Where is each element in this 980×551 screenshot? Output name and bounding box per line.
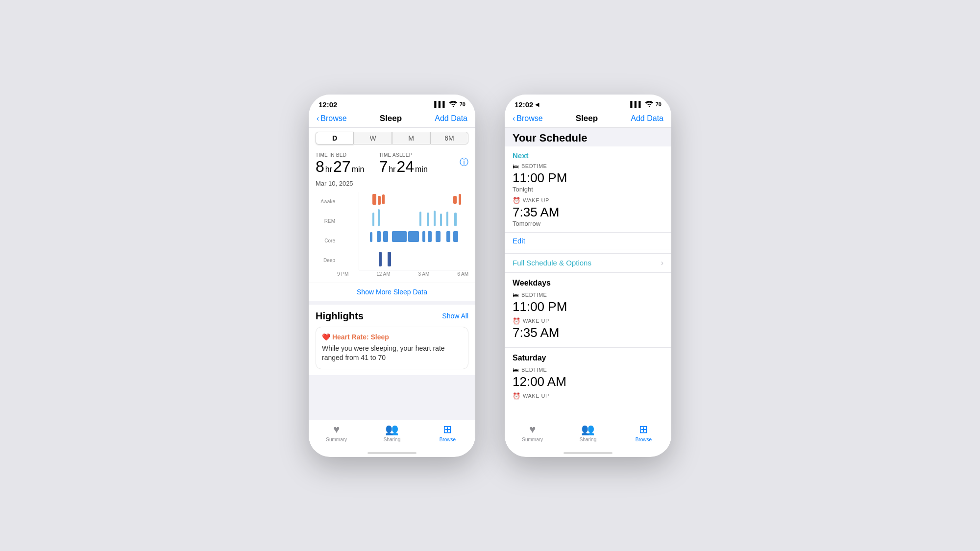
alarm-icon-saturday: ⏰ [513,392,520,400]
x-label-6am: 6 AM [457,271,468,277]
heart-icon: ❤️ [322,333,330,341]
scroll-content-2: Your Schedule Next 🛏 BEDTIME 11:00 PM To… [505,128,671,420]
highlights-section: Highlights Show All ❤️ Heart Rate: Sleep… [309,305,475,375]
chart-label-awake: Awake [316,199,335,204]
segment-control: D W M 6M [309,128,475,148]
tab-sharing-2[interactable]: 👥 Sharing [560,423,615,442]
home-indicator-1 [368,452,416,454]
weekdays-title: Weekdays [513,279,663,287]
add-data-button-1[interactable]: Add Data [435,114,467,123]
status-time-2: 12:02 [514,100,533,109]
scroll-content-1: D W M 6M TIME IN BED 8 hr 27 min TIME AS… [309,128,475,420]
heart-tab-icon-1: ♥ [333,423,340,436]
bedtime-when-next: Tonight [513,186,663,193]
tab-summary-2[interactable]: ♥ Summary [505,423,560,442]
time-asleep-hours: 7 [379,158,388,176]
show-more-button[interactable]: Show More Sleep Data [309,283,475,301]
chart-area [359,192,468,270]
phone-1: 12:02 ▌▌▌ 70 ‹ Browse Sleep Add Data D W… [309,95,475,457]
sharing-tab-icon-1: 👥 [385,423,398,436]
time-asleep-mins: 24 [396,158,414,176]
next-section: Next 🛏 BEDTIME 11:00 PM Tonight ⏰ WAKE U… [505,146,671,227]
bedtime-sublabel-next: BEDTIME [521,163,547,169]
back-label-2: Browse [516,114,542,123]
weekdays-section: Weekdays 🛏 BEDTIME 11:00 PM ⏰ WAKE UP 7:… [505,273,671,347]
saturday-wakeup-label: WAKE UP [523,393,549,399]
status-bar-1: 12:02 ▌▌▌ 70 [309,95,475,111]
status-icons-2: ▌▌▌ 70 [630,101,662,108]
tab-sharing-1[interactable]: 👥 Sharing [364,423,419,442]
page-title-2: Sleep [576,114,598,123]
tab-browse-label-1: Browse [440,437,456,442]
highlights-title: Highlights [316,311,364,322]
seg-d[interactable]: D [316,132,354,144]
time-asleep-hr-unit: hr [389,165,395,174]
heart-tab-icon-2: ♥ [529,423,536,436]
tab-sharing-label-2: Sharing [580,437,596,442]
weekday-bedtime-label: BEDTIME [521,292,547,298]
tab-bar-1: ♥ Summary 👥 Sharing ⊞ Browse [309,420,475,450]
saturday-bedtime-time: 12:00 AM [513,374,663,389]
wifi-icon [449,101,457,108]
bedtime-time-next: 11:00 PM [513,170,663,186]
tab-browse-1[interactable]: ⊞ Browse [420,423,475,442]
wakeup-time-next: 7:35 AM [513,205,663,220]
home-indicator-2 [564,452,612,454]
seg-m[interactable]: M [392,132,430,144]
alarm-icon-weekday: ⏰ [513,317,520,325]
sleep-stats: TIME IN BED 8 hr 27 min TIME ASLEEP 7 hr… [309,148,475,179]
signal-icon: ▌▌▌ [434,101,447,108]
tab-browse-2[interactable]: ⊞ Browse [616,423,671,442]
tab-sharing-label-1: Sharing [384,437,400,442]
seg-w[interactable]: W [354,132,392,144]
edit-button[interactable]: Edit [505,233,671,249]
sleep-chart: Awake REM Core Deep [309,190,475,283]
status-icons-1: ▌▌▌ 70 [434,101,466,108]
bed-icon-weekday-bedtime: 🛏 [513,291,519,299]
sharing-tab-icon-2: 👥 [581,423,594,436]
signal-icon-2: ▌▌▌ [630,101,643,108]
seg-6m[interactable]: 6M [430,132,468,144]
divider-2 [505,249,671,249]
time-asleep: TIME ASLEEP 7 hr 24 min [379,152,427,176]
back-button-1[interactable]: ‹ Browse [317,114,347,123]
wakeup-when-next: Tomorrow [513,220,663,227]
browse-tab-icon-2: ⊞ [639,423,648,436]
back-button-2[interactable]: ‹ Browse [513,114,543,123]
tab-browse-label-2: Browse [636,437,652,442]
nav-bar-1: ‹ Browse Sleep Add Data [309,111,475,128]
battery-icon-2: 70 [656,101,662,107]
nav-bar-2: ‹ Browse Sleep Add Data [505,111,671,128]
chart-label-core: Core [316,238,335,243]
full-schedule-row[interactable]: Full Schedule & Options › [505,253,671,273]
x-label-9pm: 9 PM [337,271,348,277]
back-label-1: Browse [320,114,346,123]
chevron-right-icon: › [661,259,663,267]
time-in-bed: TIME IN BED 8 hr 27 min [316,152,364,176]
wifi-icon-2 [645,101,653,108]
weekday-bedtime-time: 11:00 PM [513,299,663,314]
battery-icon: 70 [460,101,466,107]
chevron-left-icon: ‹ [317,114,319,123]
saturday-section: Saturday 🛏 BEDTIME 12:00 AM ⏰ WAKE UP [505,348,671,402]
tab-summary-1[interactable]: ♥ Summary [309,423,364,442]
location-icon: ◀ [535,101,539,108]
saturday-bedtime-label: BEDTIME [521,367,547,373]
next-label: Next [513,151,663,160]
status-bar-2: 12:02 ◀ ▌▌▌ 70 [505,95,671,111]
bed-icon-next-bedtime: 🛏 [513,163,519,170]
x-label-3am: 3 AM [418,271,429,277]
wakeup-sublabel-next: WAKE UP [523,197,549,203]
show-all-button[interactable]: Show All [442,312,468,320]
tab-summary-label-2: Summary [522,437,543,442]
x-label-12am: 12 AM [376,271,390,277]
chart-x-labels: 9 PM 12 AM 3 AM 6 AM [337,270,468,278]
time-asleep-min-unit: min [415,165,428,174]
highlights-header: Highlights Show All [316,311,468,322]
saturday-title: Saturday [513,354,663,362]
chart-label-deep: Deep [316,258,335,263]
status-time-1: 12:02 [318,100,337,109]
page-title-1: Sleep [380,114,402,123]
info-icon[interactable]: ⓘ [460,156,468,168]
add-data-button-2[interactable]: Add Data [631,114,663,123]
